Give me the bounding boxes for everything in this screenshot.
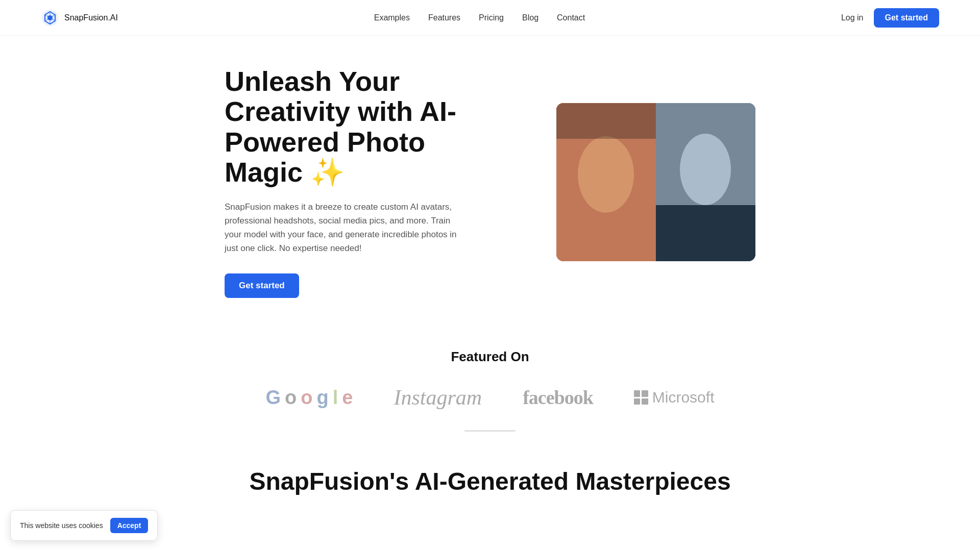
hero-section: Unleash Your Creativity with AI-Powered …: [0, 36, 980, 329]
svg-point-20: [694, 170, 701, 177]
nav-links: Examples Features Pricing Blog Contact: [374, 13, 585, 22]
hero-get-started-button[interactable]: Get started: [225, 273, 299, 298]
section-divider: [464, 430, 516, 432]
nav-link-features[interactable]: Features: [428, 13, 460, 22]
svg-point-9: [604, 182, 608, 185]
nav-actions: Log in Get started: [841, 8, 939, 28]
nav-link-pricing[interactable]: Pricing: [479, 13, 504, 22]
svg-point-8: [610, 172, 617, 177]
featured-logos: Google Instagram facebook Microsoft: [41, 385, 939, 410]
svg-rect-2: [556, 103, 656, 261]
cookie-banner: This website uses cookies Accept: [10, 510, 158, 516]
hero-title: Unleash Your Creativity with AI-Powered …: [225, 66, 510, 188]
svg-rect-14: [656, 103, 755, 261]
microsoft-logo: Microsoft: [634, 389, 715, 406]
featured-title: Featured On: [41, 349, 939, 365]
nav-link-examples[interactable]: Examples: [374, 13, 410, 22]
instagram-logo: Instagram: [394, 385, 482, 410]
snapfusion-logo-icon: [41, 9, 59, 27]
login-button[interactable]: Log in: [841, 13, 864, 22]
svg-rect-16: [697, 203, 715, 226]
hero-image-pair: [556, 103, 755, 261]
facebook-logo: facebook: [523, 386, 593, 409]
svg-rect-13: [656, 103, 755, 261]
svg-point-12: [578, 185, 582, 189]
svg-point-6: [579, 144, 632, 210]
hero-content: Unleash Your Creativity with AI-Powered …: [225, 66, 510, 298]
featured-section: Featured On Google Instagram facebook Mi…: [0, 329, 980, 457]
svg-point-17: [680, 145, 731, 209]
hero-subtitle: SnapFusion makes it a breeze to create c…: [225, 200, 470, 256]
svg-rect-19: [680, 148, 731, 161]
svg-point-4: [574, 116, 638, 203]
nav-link-blog[interactable]: Blog: [522, 13, 538, 22]
hero-image-man: [656, 103, 755, 261]
nav-logo[interactable]: SnapFusion.AI: [41, 9, 118, 27]
nav-logo-text: SnapFusion.AI: [64, 13, 118, 22]
google-logo: Google: [266, 387, 353, 409]
nav-get-started-button[interactable]: Get started: [874, 8, 939, 28]
bottom-section: SnapFusion's AI-Generated Masterpieces: [0, 457, 980, 516]
bottom-title: SnapFusion's AI-Generated Masterpieces: [41, 467, 939, 495]
hero-images: [556, 103, 755, 261]
svg-rect-3: [556, 103, 656, 113]
navbar: SnapFusion.AI Examples Features Pricing …: [0, 0, 980, 36]
svg-point-18: [680, 128, 731, 168]
microsoft-grid-icon: [634, 390, 648, 405]
svg-point-11: [574, 129, 638, 174]
hero-image-woman: [556, 103, 656, 261]
microsoft-text: Microsoft: [652, 389, 715, 406]
svg-rect-5: [597, 200, 615, 226]
nav-link-contact[interactable]: Contact: [557, 13, 585, 22]
svg-rect-15: [671, 220, 740, 261]
svg-rect-10: [577, 223, 635, 261]
svg-point-7: [595, 172, 602, 177]
svg-point-1: [47, 15, 53, 20]
svg-point-21: [709, 170, 717, 177]
